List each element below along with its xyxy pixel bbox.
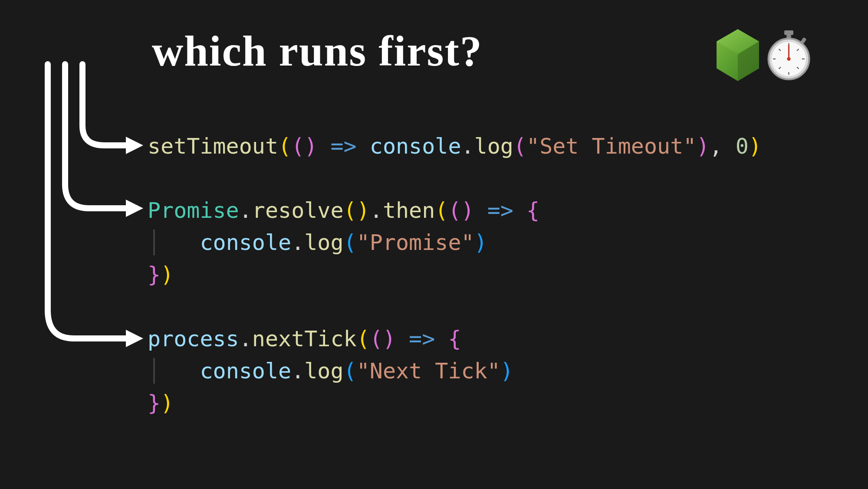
svg-marker-19 bbox=[126, 200, 143, 217]
stopwatch-icon bbox=[766, 30, 812, 82]
svg-marker-20 bbox=[126, 330, 143, 347]
svg-marker-18 bbox=[126, 137, 143, 154]
code-line-9: }) bbox=[148, 391, 174, 416]
code-block: setTimeout(() => console.log("Set Timeou… bbox=[148, 130, 762, 419]
code-line-8: │ console.log("Next Tick") bbox=[148, 358, 513, 384]
code-line-1: setTimeout(() => console.log("Set Timeou… bbox=[148, 134, 762, 159]
slide-title: which runs first? bbox=[152, 26, 483, 76]
code-line-4: │ console.log("Promise") bbox=[148, 230, 487, 255]
icon-group bbox=[714, 28, 812, 82]
code-line-3: Promise.resolve().then(() => { bbox=[148, 198, 539, 223]
arrows-icon bbox=[41, 61, 150, 417]
code-line-7: process.nextTick(() => { bbox=[148, 326, 461, 351]
code-line-5: }) bbox=[148, 262, 174, 287]
svg-point-17 bbox=[787, 57, 790, 60]
node-logo-icon bbox=[714, 28, 762, 82]
